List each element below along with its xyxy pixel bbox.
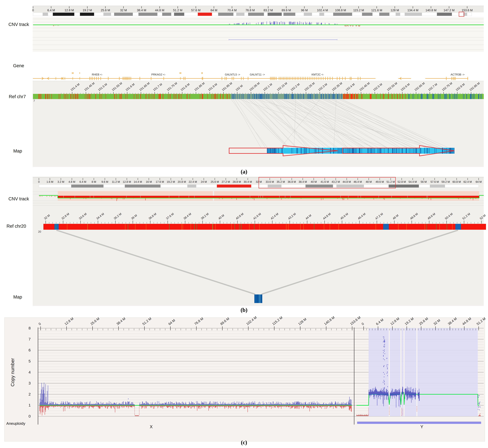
caption-a: (a) xyxy=(0,168,488,175)
track-label-map-a: Map xyxy=(13,148,22,153)
svg-text:14.4 M: 14.4 M xyxy=(134,180,142,183)
track-label-cnv-b: CNV track xyxy=(8,196,29,201)
svg-text:8: 8 xyxy=(29,326,31,330)
svg-text:22.4 M: 22.4 M xyxy=(189,180,197,183)
svg-text:43.2 M: 43.2 M xyxy=(332,180,340,183)
svg-text:134.4 M: 134.4 M xyxy=(407,8,418,12)
svg-text:3: 3 xyxy=(29,381,31,385)
svg-text:0: 0 xyxy=(32,8,34,12)
svg-text:I: I xyxy=(79,72,80,74)
svg-text:115.2 M: 115.2 M xyxy=(353,8,364,12)
svg-text:35.2 M: 35.2 M xyxy=(276,180,285,183)
svg-text:20.8 M: 20.8 M xyxy=(178,180,186,183)
svg-text:96 M: 96 M xyxy=(301,8,308,12)
chrX-axis-label: X xyxy=(146,424,156,429)
panel-c-graphics[interactable]: 876543210012.8 M25.6 M38.4 M51.2 M64 M76… xyxy=(5,315,486,441)
svg-text:H: H xyxy=(72,72,74,74)
svg-text:102.4 M: 102.4 M xyxy=(317,8,328,12)
svg-text:38.4 M: 38.4 M xyxy=(299,180,307,183)
svg-text:19.2 M: 19.2 M xyxy=(83,8,92,12)
svg-text:51.2 M: 51.2 M xyxy=(386,180,395,183)
svg-text:0: 0 xyxy=(29,414,31,418)
y-axis-title: Copy number xyxy=(10,350,15,395)
svg-text:57.6 M: 57.6 M xyxy=(191,8,200,12)
aneuploidy-row-label: Aneuploidy xyxy=(6,421,25,426)
svg-text:6.4 M: 6.4 M xyxy=(47,8,55,12)
svg-text:60.8 M: 60.8 M xyxy=(452,180,461,183)
svg-text:4.8 M: 4.8 M xyxy=(68,180,75,183)
svg-text:16 M: 16 M xyxy=(146,180,152,183)
svg-text:70.4 M: 70.4 M xyxy=(227,8,237,12)
svg-text:3.2 M: 3.2 M xyxy=(57,180,64,183)
svg-text:PRKAG2 <-: PRKAG2 <- xyxy=(151,73,165,76)
svg-text:25.6 M: 25.6 M xyxy=(101,8,110,12)
svg-text:12.8 M: 12.8 M xyxy=(123,180,131,183)
svg-text:44.8 M: 44.8 M xyxy=(155,8,164,12)
svg-text:48 M: 48 M xyxy=(366,180,372,183)
chr20-tag: 20 xyxy=(38,230,41,233)
svg-text:147.2 M: 147.2 M xyxy=(444,8,455,12)
svg-text:6.4 M: 6.4 M xyxy=(79,180,86,183)
svg-text:108.8 M: 108.8 M xyxy=(335,8,346,12)
svg-text:62.4 M: 62.4 M xyxy=(464,180,472,183)
svg-text:25.6 M: 25.6 M xyxy=(211,180,219,183)
svg-text:0: 0 xyxy=(38,180,39,183)
svg-text:76.8 M: 76.8 M xyxy=(245,8,255,12)
svg-text:11.2 M: 11.2 M xyxy=(112,180,120,183)
svg-text:7: 7 xyxy=(29,337,31,341)
svg-text:38.4 M: 38.4 M xyxy=(137,8,146,12)
svg-text:4: 4 xyxy=(29,370,31,374)
svg-text:64 M: 64 M xyxy=(476,180,481,183)
svg-text:1: 1 xyxy=(29,403,31,407)
svg-text:121.6 M: 121.6 M xyxy=(371,8,382,12)
svg-text:KMT2C <-: KMT2C <- xyxy=(312,73,324,76)
panel-a-graphics[interactable]: 06.4 M12.8 M19.2 M25.6 M32 M38.4 M44.8 M… xyxy=(32,6,484,167)
svg-text:8 M: 8 M xyxy=(92,180,96,183)
chrY-axis-label: Y xyxy=(417,424,427,429)
genome-browser-canvas[interactable]: 06.4 M12.8 M19.2 M25.6 M32 M38.4 M44.8 M… xyxy=(0,0,488,448)
svg-text:56 M: 56 M xyxy=(421,180,427,183)
svg-text:GALNTL5 ->: GALNTL5 -> xyxy=(225,73,240,76)
svg-text:44.8 M: 44.8 M xyxy=(343,180,351,183)
svg-text:36.8 M: 36.8 M xyxy=(288,180,296,183)
svg-text:64 M: 64 M xyxy=(211,8,217,12)
svg-text:33.6 M: 33.6 M xyxy=(266,180,274,183)
track-label-cnv-a: CNV track xyxy=(8,22,29,27)
svg-text:89.6 M: 89.6 M xyxy=(282,8,291,12)
svg-text:27.2 M: 27.2 M xyxy=(222,180,230,183)
svg-text:24 M: 24 M xyxy=(201,180,207,183)
svg-text:6: 6 xyxy=(29,348,31,352)
svg-text:59.2 M: 59.2 M xyxy=(441,180,450,183)
caption-b: (b) xyxy=(0,307,488,313)
svg-text:41.6 M: 41.6 M xyxy=(321,180,329,183)
svg-text:52.8 M: 52.8 M xyxy=(398,180,406,183)
svg-text:83.2 M: 83.2 M xyxy=(264,8,273,12)
svg-text:140.8 M: 140.8 M xyxy=(425,8,436,12)
panel-b-graphics[interactable]: 01.6 M3.2 M4.8 M6.4 M8 M9.6 M11.2 M12.8 … xyxy=(33,176,486,306)
svg-text:32 M: 32 M xyxy=(120,8,127,12)
track-label-ref-chr20: Ref chr20 xyxy=(7,224,26,229)
svg-text:28.8 M: 28.8 M xyxy=(233,180,241,183)
track-label-ref-chr7: Ref chr7 xyxy=(9,94,26,99)
svg-text:128 M: 128 M xyxy=(391,8,399,12)
svg-text:46.4 M: 46.4 M xyxy=(354,180,362,183)
svg-text:II: II xyxy=(201,72,203,74)
svg-text:19.2 M: 19.2 M xyxy=(167,180,175,183)
svg-text:5: 5 xyxy=(29,359,31,363)
svg-text:40 M: 40 M xyxy=(311,180,317,183)
svg-text:153.6 M: 153.6 M xyxy=(462,8,473,12)
svg-text:RHEB <-: RHEB <- xyxy=(92,73,102,76)
svg-text:2: 2 xyxy=(29,392,31,396)
track-label-gene: Gene xyxy=(13,63,24,68)
svg-text:GALNT11 ->: GALNT11 -> xyxy=(250,73,265,76)
track-label-map-b: Map xyxy=(13,295,22,300)
svg-text:57.6 M: 57.6 M xyxy=(431,180,439,183)
svg-text:30.4 M: 30.4 M xyxy=(244,180,252,183)
svg-text:9.6 M: 9.6 M xyxy=(102,180,108,183)
svg-text:ACTR3B ->: ACTR3B -> xyxy=(451,73,464,76)
caption-c: (c) xyxy=(0,439,488,446)
svg-text:12.8 M: 12.8 M xyxy=(65,8,74,12)
chr7-tag: 7 xyxy=(33,99,35,103)
svg-text:17.6 M: 17.6 M xyxy=(156,180,164,183)
svg-text:51.2 M: 51.2 M xyxy=(173,8,182,12)
